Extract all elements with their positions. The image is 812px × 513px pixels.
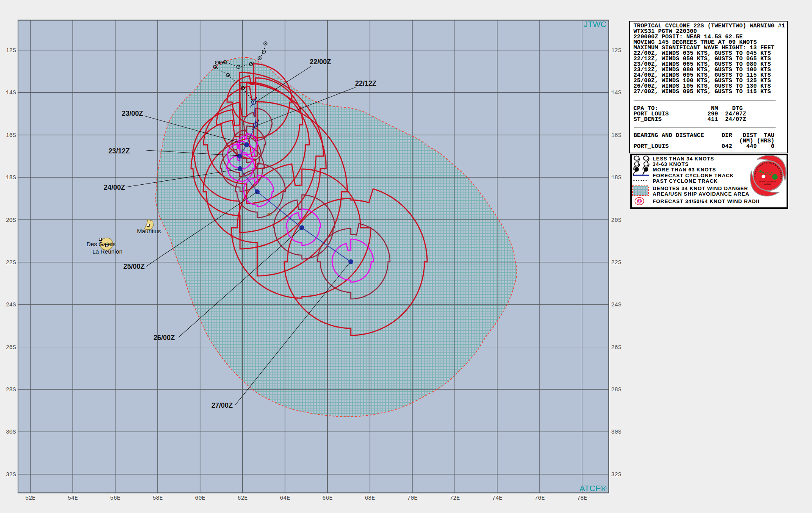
svg-text:HAWAII: HAWAII — [764, 183, 771, 185]
svg-text:JOINT TYPHOON WARNING CENTER: JOINT TYPHOON WARNING CENTER — [0, 0, 783, 180]
svg-text:PEARL HARBOR: PEARL HARBOR — [759, 180, 776, 183]
